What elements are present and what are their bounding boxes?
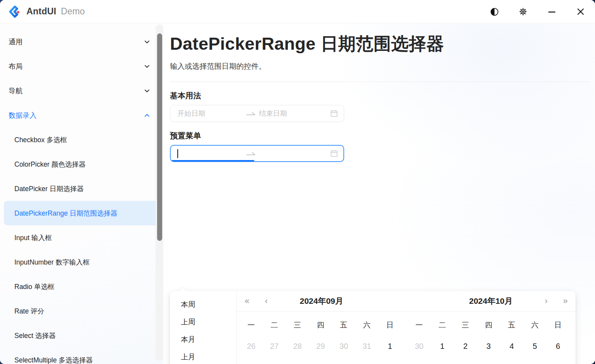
day-cell[interactable]: 3 [263, 358, 286, 364]
sidebar-item-label: 布局 [9, 62, 23, 71]
close-button[interactable] [572, 3, 590, 21]
day-cell[interactable]: 12 [523, 358, 547, 364]
day-cell[interactable]: 8 [378, 358, 402, 364]
range-input-preset[interactable] [170, 145, 344, 162]
day-number: 2 [457, 338, 474, 354]
day-cell[interactable]: 1 [431, 335, 454, 358]
day-cell[interactable]: 13 [546, 358, 570, 364]
day-number: 3 [266, 361, 282, 364]
day-cell[interactable]: 31 [355, 335, 379, 358]
minimize-button[interactable] [543, 3, 561, 21]
start-date-field[interactable] [177, 149, 246, 158]
app-window: AntdUI Demo [0, 0, 595, 364]
theme-toggle-button[interactable] [485, 3, 503, 21]
day-cell[interactable]: 4 [500, 335, 523, 358]
day-cell[interactable]: 9 [454, 358, 477, 364]
day-cell[interactable]: 1 [378, 335, 402, 358]
day-cell[interactable]: 4 [286, 358, 309, 364]
day-number: 12 [527, 361, 543, 364]
sidebar-item-selectmultiple[interactable]: SelectMultiple 多选选择器 [0, 348, 163, 364]
day-number: 3 [480, 338, 497, 354]
day-cell[interactable]: 2 [454, 335, 477, 358]
day-number: 31 [359, 338, 375, 354]
app-logo-icon [9, 5, 21, 18]
sidebar-item-radio[interactable]: Radio 单选框 [0, 274, 163, 299]
preset-item[interactable]: 上周 [172, 313, 234, 331]
minimize-icon [547, 7, 556, 16]
sidebar-item-label: DatePickerRange 日期范围选择器 [14, 209, 117, 218]
day-cell[interactable]: 5 [309, 358, 332, 364]
day-number: 11 [504, 361, 520, 364]
main-content: DatePickerRange 日期范围选择器 输入或选择范围日期的控件。 基本… [170, 24, 595, 364]
day-number: 29 [312, 338, 329, 354]
sidebar-item-checkbox[interactable]: Checkbox 多选框 [0, 127, 163, 152]
day-number: 4 [289, 361, 306, 364]
day-cell[interactable]: 30 [408, 335, 431, 358]
settings-button[interactable] [514, 3, 532, 21]
next-month-button[interactable]: › [542, 291, 550, 311]
prev-month-button[interactable]: ‹ [262, 291, 270, 311]
day-cell[interactable]: 6 [332, 358, 355, 364]
day-cell[interactable]: 3 [477, 335, 500, 358]
chevron-down-icon [144, 88, 150, 94]
prev-year-button[interactable]: « [242, 291, 252, 311]
preset-item[interactable]: 本周 [172, 296, 234, 313]
day-number: 7 [359, 361, 375, 364]
sidebar-group-布局[interactable]: 布局 [0, 54, 163, 78]
end-date-placeholder: 结束日期 [259, 109, 327, 118]
sidebar-item-datepickerrange[interactable]: DatePickerRange 日期范围选择器 [4, 201, 160, 225]
chevron-up-icon [144, 112, 150, 118]
day-cell[interactable]: 6 [546, 335, 570, 358]
sidebar-item-label: DatePicker 日期选择器 [14, 184, 84, 193]
sidebar-group-通用[interactable]: 通用 [0, 30, 163, 54]
sidebar-item-rate[interactable]: Rate 评分 [0, 299, 163, 323]
day-cell[interactable]: 28 [286, 335, 309, 358]
sidebar-group-数据录入[interactable]: 数据录入 [0, 103, 163, 127]
calendar-header-right: 2024年10月 › » [406, 291, 576, 311]
day-cell[interactable]: 29 [309, 335, 332, 358]
sidebar-item-select[interactable]: Select 选择器 [0, 323, 163, 348]
sidebar-item-label: 导航 [9, 86, 23, 96]
divider [170, 82, 589, 82]
sidebar-item-label: Rate 评分 [14, 307, 44, 316]
day-cell[interactable]: 30 [332, 335, 355, 358]
day-cell[interactable]: 7 [408, 358, 431, 364]
day-cell[interactable]: 5 [523, 335, 547, 358]
calendar-panel-october: 一二三四五六日301234567891011121314151617181920… [408, 312, 572, 364]
next-year-button[interactable]: » [561, 291, 570, 311]
day-number: 30 [411, 338, 427, 354]
day-number: 13 [550, 361, 566, 364]
preset-menu: 本周上周本月上月本年去年 [170, 291, 237, 364]
day-number: 1 [382, 338, 398, 354]
sidebar-item-label: Radio 单选框 [14, 282, 54, 291]
day-cell[interactable]: 8 [431, 358, 454, 364]
sidebar-item-input[interactable]: Input 输入框 [0, 225, 163, 250]
sidebar-item-label: ColorPicker 颜色选择器 [14, 160, 86, 169]
range-input-basic[interactable]: 开始日期 结束日期 [170, 105, 344, 122]
sidebar-item-label: 数据录入 [9, 111, 37, 120]
preset-item[interactable]: 上月 [172, 348, 234, 364]
preset-item[interactable]: 本月 [172, 331, 234, 348]
day-cell[interactable]: 10 [477, 358, 500, 364]
sidebar-group-导航[interactable]: 导航 [0, 78, 163, 103]
day-cell[interactable]: 27 [263, 335, 286, 358]
sidebar-item-datepicker[interactable]: DatePicker 日期选择器 [0, 176, 163, 201]
sidebar-item-label: Checkbox 多选框 [14, 135, 67, 145]
sidebar-item-inputnumber[interactable]: InputNumber 数字输入框 [0, 250, 163, 274]
start-date-placeholder: 开始日期 [177, 109, 246, 118]
section-heading-preset: 预置菜单 [170, 131, 595, 141]
day-cell[interactable]: 26 [240, 335, 263, 358]
calendar-month-title: 2024年09月 [300, 296, 343, 307]
datepicker-dropdown: 本周上周本月上月本年去年 « ‹ 2024年09月 2024年10月 › » [170, 291, 576, 364]
sidebar-item-label: 通用 [9, 37, 23, 47]
page-subtitle: 输入或选择范围日期的控件。 [170, 61, 595, 71]
sidebar-scrollbar-thumb[interactable] [157, 33, 162, 241]
day-cell[interactable]: 7 [355, 358, 379, 364]
calendar-headers: « ‹ 2024年09月 2024年10月 › » [237, 291, 576, 312]
day-cell[interactable]: 11 [500, 358, 523, 364]
sidebar-item-colorpicker[interactable]: ColorPicker 颜色选择器 [0, 152, 163, 176]
day-cell[interactable]: 2 [240, 358, 263, 364]
calendar-header-left: « ‹ 2024年09月 [237, 291, 406, 311]
day-number: 26 [243, 338, 259, 354]
day-number: 6 [336, 361, 352, 364]
